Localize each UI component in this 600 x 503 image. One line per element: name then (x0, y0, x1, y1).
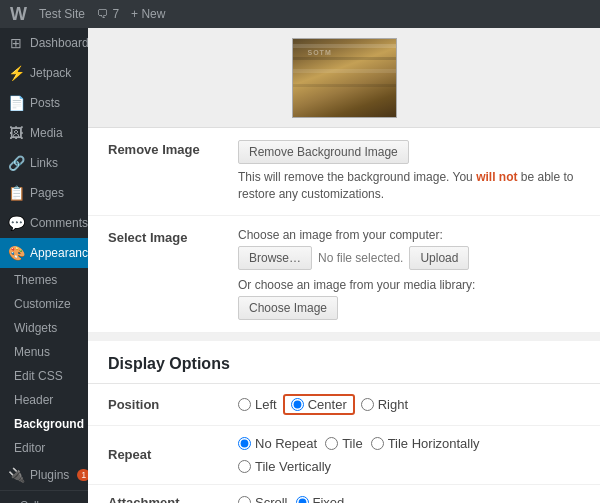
attachment-options: Scroll Fixed (238, 495, 344, 503)
remove-image-label: Remove Image (108, 140, 238, 157)
sidebar-item-plugins[interactable]: 🔌 Plugins 1 (0, 460, 88, 490)
display-options-section: Display Options Position Left Center Rig… (88, 341, 600, 503)
remove-note-emphasis: will not (476, 170, 517, 184)
sidebar-sub-menus[interactable]: Menus (0, 340, 88, 364)
remove-image-content: Remove Background Image This will remove… (238, 140, 580, 203)
position-center-radio[interactable] (291, 398, 304, 411)
sidebar-item-posts[interactable]: 📄 Posts (0, 88, 88, 118)
sidebar-item-label: Appearance (30, 246, 88, 260)
position-center-label: Center (308, 397, 347, 412)
position-left-option[interactable]: Left (238, 397, 277, 412)
admin-bar-comments[interactable]: 🗨 7 (97, 7, 119, 21)
attachment-scroll-radio[interactable] (238, 496, 251, 503)
admin-bar: W Test Site 🗨 7 + New (0, 0, 600, 28)
sidebar-item-label: Posts (30, 96, 60, 110)
attachment-fixed-label: Fixed (313, 495, 345, 503)
repeat-tile-v-option[interactable]: Tile Vertically (238, 459, 331, 474)
repeat-no-repeat-radio[interactable] (238, 437, 251, 450)
repeat-tile-label: Tile (342, 436, 362, 451)
settings-area: Remove Image Remove Background Image Thi… (88, 128, 600, 333)
sidebar-item-comments[interactable]: 💬 Comments (0, 208, 88, 238)
attachment-fixed-option[interactable]: Fixed (296, 495, 345, 503)
sidebar-sub-editcss[interactable]: Edit CSS (0, 364, 88, 388)
select-image-row: Select Image Choose an image from your c… (88, 216, 600, 333)
wp-logo-icon: W (10, 4, 27, 25)
sidebar-item-jetpack[interactable]: ⚡ Jetpack (0, 58, 88, 88)
main-content: SOTM Remove Image Remove Background Imag… (88, 28, 600, 503)
sidebar-item-label: Pages (30, 186, 64, 200)
position-right-radio[interactable] (361, 398, 374, 411)
admin-bar-site[interactable]: Test Site (39, 7, 85, 21)
sidebar-item-pages[interactable]: 📋 Pages (0, 178, 88, 208)
sidebar-item-label: Dashboard (30, 36, 88, 50)
select-image-content: Choose an image from your computer: Brow… (238, 228, 580, 320)
sidebar-item-label: Plugins (30, 468, 69, 482)
attachment-scroll-option[interactable]: Scroll (238, 495, 288, 503)
pages-icon: 📋 (8, 185, 24, 201)
plugins-icon: 🔌 (8, 467, 24, 483)
attachment-scroll-label: Scroll (255, 495, 288, 503)
repeat-tile-h-option[interactable]: Tile Horizontally (371, 436, 480, 451)
plugins-badge: 1 (77, 469, 88, 481)
sidebar-sub-widgets[interactable]: Widgets (0, 316, 88, 340)
sidebar: ⊞ Dashboard ⚡ Jetpack 📄 Posts 🖼 Media 🔗 … (0, 28, 88, 503)
comments-icon: 💬 (8, 215, 24, 231)
appearance-icon: 🎨 (8, 245, 24, 261)
sidebar-item-label: Media (30, 126, 63, 140)
dashboard-icon: ⊞ (8, 35, 24, 51)
repeat-options: No Repeat Tile Tile Horizontally Tile Ve… (238, 436, 580, 474)
collapse-label: Collapse menu (20, 499, 80, 503)
background-image-preview: SOTM (292, 38, 397, 118)
sidebar-sub-themes[interactable]: Themes (0, 268, 88, 292)
repeat-row: Repeat No Repeat Tile Tile Horizontally … (88, 426, 600, 485)
choose-image-button[interactable]: Choose Image (238, 296, 338, 320)
browse-button[interactable]: Browse… (238, 246, 312, 270)
repeat-no-repeat-label: No Repeat (255, 436, 317, 451)
sidebar-item-label: Jetpack (30, 66, 71, 80)
sidebar-item-appearance[interactable]: 🎨 Appearance (0, 238, 88, 268)
display-options-heading: Display Options (88, 341, 600, 384)
position-right-label: Right (378, 397, 408, 412)
sidebar-item-links[interactable]: 🔗 Links (0, 148, 88, 178)
select-image-label: Select Image (108, 228, 238, 245)
repeat-tile-v-label: Tile Vertically (255, 459, 331, 474)
remove-note-start: This will remove the background image. Y… (238, 170, 476, 184)
collapse-menu[interactable]: ◀ Collapse menu (0, 491, 88, 503)
sidebar-sub-customize[interactable]: Customize (0, 292, 88, 316)
jetpack-icon: ⚡ (8, 65, 24, 81)
repeat-tile-h-radio[interactable] (371, 437, 384, 450)
sidebar-item-dashboard[interactable]: ⊞ Dashboard (0, 28, 88, 58)
repeat-tile-h-label: Tile Horizontally (388, 436, 480, 451)
repeat-label: Repeat (108, 447, 238, 462)
media-icon: 🖼 (8, 125, 24, 141)
repeat-tile-radio[interactable] (325, 437, 338, 450)
sidebar-sub-editor[interactable]: Editor (0, 436, 88, 460)
attachment-fixed-radio[interactable] (296, 496, 309, 503)
repeat-tile-v-radio[interactable] (238, 460, 251, 473)
attachment-row: Attachment Scroll Fixed (88, 485, 600, 503)
repeat-no-repeat-option[interactable]: No Repeat (238, 436, 317, 451)
links-icon: 🔗 (8, 155, 24, 171)
posts-icon: 📄 (8, 95, 24, 111)
upload-button[interactable]: Upload (409, 246, 469, 270)
sidebar-sub-header[interactable]: Header (0, 388, 88, 412)
position-options: Left Center Right (238, 394, 408, 415)
position-right-option[interactable]: Right (361, 397, 408, 412)
repeat-tile-option[interactable]: Tile (325, 436, 362, 451)
attachment-label: Attachment (108, 495, 238, 503)
browse-row: Browse… No file selected. Upload (238, 246, 580, 270)
position-label: Position (108, 397, 238, 412)
sidebar-item-label: Links (30, 156, 58, 170)
remove-background-image-button[interactable]: Remove Background Image (238, 140, 409, 164)
admin-bar-new[interactable]: + New (131, 7, 165, 21)
position-left-label: Left (255, 397, 277, 412)
media-library-label: Or choose an image from your media libra… (238, 278, 580, 292)
position-center-option[interactable]: Center (283, 394, 355, 415)
sidebar-item-media[interactable]: 🖼 Media (0, 118, 88, 148)
choose-computer-label: Choose an image from your computer: (238, 228, 580, 242)
position-left-radio[interactable] (238, 398, 251, 411)
no-file-label: No file selected. (318, 251, 403, 265)
sidebar-sub-background[interactable]: Background (0, 412, 88, 436)
sidebar-item-label: Comments (30, 216, 88, 230)
remove-image-row: Remove Image Remove Background Image Thi… (88, 128, 600, 216)
